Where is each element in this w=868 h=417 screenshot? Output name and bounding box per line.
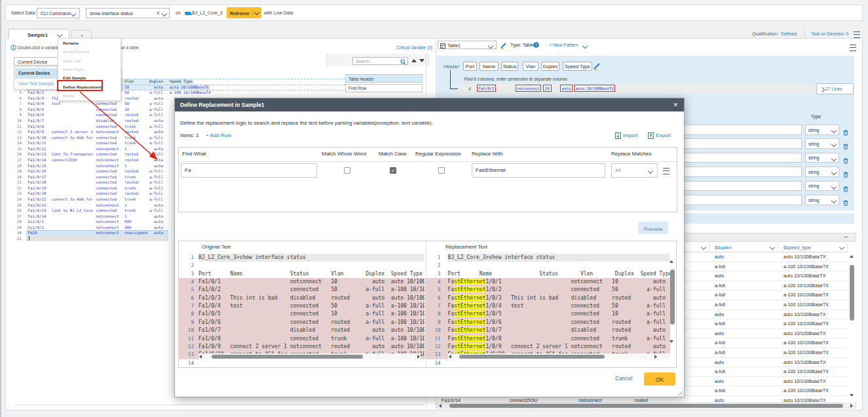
ok-button[interactable]: OK: [644, 372, 675, 386]
edit-pencil-icon[interactable]: [500, 42, 508, 49]
row-drag-handle[interactable]: [663, 168, 670, 174]
delete-variable-icon[interactable]: [843, 183, 849, 189]
qualification-value[interactable]: Defined: [781, 31, 797, 36]
pattern-row[interactable]: 4: [459, 84, 814, 94]
panel-menu-icon[interactable]: [850, 45, 856, 51]
live-data-link[interactable]: Live Data: [274, 10, 293, 15]
edit-columns-pencil-icon[interactable]: [594, 62, 601, 70]
export-link[interactable]: Export: [656, 132, 671, 138]
pattern-column-speed-type[interactable]: Speed Type: [563, 62, 592, 71]
sample-row[interactable]: 5Fa1/0/2connected50a-fulla-100 10/100Bas…: [0, 90, 347, 96]
scroll-up-icon[interactable]: [670, 260, 673, 263]
delete-variable-icon[interactable]: [843, 169, 849, 175]
code-text: FastEthernet1/0/6 connected routed a-ful…: [448, 319, 670, 327]
data-type-select[interactable]: CLI Command: [37, 8, 80, 18]
pattern-column-port[interactable]: Port: [463, 62, 477, 71]
values-column-header[interactable]: $duplex: [715, 245, 732, 250]
pattern-column-status[interactable]: Status: [501, 62, 518, 71]
variable-type-select[interactable]: string: [805, 195, 839, 205]
scroll-down-icon[interactable]: [850, 394, 854, 397]
match-whole-word-checkbox[interactable]: [344, 167, 350, 174]
delete-variable-icon[interactable]: [843, 127, 849, 133]
delete-variable-icon[interactable]: [843, 197, 849, 203]
chevron-down-icon[interactable]: [488, 43, 493, 49]
annotation-table-header[interactable]: Table Header: [345, 74, 423, 83]
horizontal-scrollbar-thumb[interactable]: [449, 404, 843, 408]
pattern-token[interactable]: 10: [543, 85, 552, 92]
pattern-token[interactable]: Fa1/0/1: [477, 85, 496, 92]
annotation-first-row[interactable]: First Row: [345, 84, 423, 92]
close-icon[interactable]: ✕: [673, 98, 678, 111]
command-input[interactable]: show interface status ×: [86, 8, 170, 18]
replace-with-input[interactable]: FastEthernet: [472, 163, 605, 178]
values-cell: a-100 10/100BaseTX: [783, 262, 829, 272]
cell-vlan: trunk: [124, 197, 136, 203]
cell-port: Fa1/0/6: [28, 112, 44, 118]
scroll-right-icon[interactable]: [850, 404, 853, 408]
help-icon[interactable]: ?: [533, 42, 539, 48]
lines-expand-button[interactable]: 27 Lines: [816, 83, 854, 94]
test-on-devices-link[interactable]: Test on Devices: 0: [811, 31, 848, 36]
menu-icon[interactable]: [854, 31, 860, 38]
resize-handle[interactable]: [677, 390, 683, 396]
pattern-token[interactable]: auto 10/100BaseTX: [574, 85, 615, 92]
variable-type-select[interactable]: string: [805, 181, 839, 191]
match-case-checkbox[interactable]: ✓: [390, 167, 396, 174]
pattern-column-name[interactable]: Name: [480, 62, 499, 71]
original-hscrollbar-thumb[interactable]: [212, 355, 363, 359]
scroll-left-icon[interactable]: [199, 355, 202, 359]
variable-type-select[interactable]: string: [805, 153, 839, 163]
search-next-icon[interactable]: [419, 59, 425, 62]
pattern-column-duplex[interactable]: Duplex: [541, 62, 559, 71]
cell-duplex: a-full: [149, 174, 163, 180]
variable-type-select[interactable]: string: [805, 138, 839, 149]
delete-variable-icon[interactable]: [843, 140, 849, 147]
regular-expression-checkbox[interactable]: [438, 167, 445, 174]
code-line-number: 1: [425, 254, 441, 262]
select-data-toolbar: Select Data: CLI Command show interface …: [5, 5, 863, 21]
variable-type-select[interactable]: string: [805, 167, 839, 177]
import-link[interactable]: Import: [623, 132, 638, 138]
vertical-scrollbar-thumb[interactable]: [850, 265, 854, 321]
add-row-link[interactable]: + Add Row: [206, 132, 231, 138]
retrieve-button[interactable]: Retrieve: [227, 7, 261, 18]
line-number: 18: [9, 163, 22, 169]
scroll-down-icon[interactable]: [670, 340, 673, 343]
pattern-token[interactable]: auto: [560, 85, 573, 92]
scroll-right-icon[interactable]: [417, 355, 420, 359]
device-link[interactable]: BJ_L2_Core_3: [192, 10, 223, 15]
new-pattern-link[interactable]: + New Pattern: [549, 43, 578, 47]
cancel-button[interactable]: Cancel: [615, 375, 632, 382]
code-line-number: 13: [425, 351, 441, 359]
dialog-titlebar[interactable]: Define Replacement in Sample1 ✕: [175, 98, 684, 111]
tab-sample1[interactable]: Sample1: [9, 29, 69, 39]
values-cell: a-full: [715, 348, 725, 358]
cell-port: Po20: [28, 230, 37, 236]
cell-duplex: a-full: [149, 197, 163, 203]
search-input[interactable]: Search...: [352, 57, 408, 65]
collapse-icon[interactable]: –: [844, 233, 848, 240]
device-icon: [183, 10, 192, 16]
pattern-token[interactable]: notconnect: [516, 85, 541, 92]
scroll-left-icon[interactable]: [449, 355, 451, 359]
menu-item-rename[interactable]: Rename: [58, 39, 121, 47]
replace-matches-select[interactable]: All: [611, 163, 658, 178]
scroll-left-icon[interactable]: [439, 404, 442, 408]
table-select[interactable]: Table1: [438, 41, 497, 49]
chevron-down-icon[interactable]: [57, 32, 62, 37]
clear-icon[interactable]: ×: [157, 10, 160, 16]
find-what-input[interactable]: Fa: [181, 163, 317, 178]
replacement-hscrollbar-thumb[interactable]: [459, 355, 605, 359]
search-prev-icon[interactable]: [411, 59, 417, 62]
preview-button[interactable]: Preview: [638, 222, 668, 234]
replacement-vscrollbar-thumb[interactable]: [670, 269, 675, 325]
delete-variable-icon[interactable]: [843, 155, 849, 161]
scroll-up-icon[interactable]: [850, 255, 854, 258]
values-column-header[interactable]: $speed_type: [783, 245, 811, 250]
pattern-column-vlan[interactable]: Vlan: [523, 62, 538, 71]
chevron-down-icon[interactable]: [254, 10, 259, 15]
variable-type-select[interactable]: string: [805, 125, 839, 135]
chevron-down-icon[interactable]: [162, 11, 167, 16]
scroll-right-icon[interactable]: [654, 355, 657, 359]
critical-variable-link[interactable]: Critical Variable (0): [396, 45, 432, 50]
